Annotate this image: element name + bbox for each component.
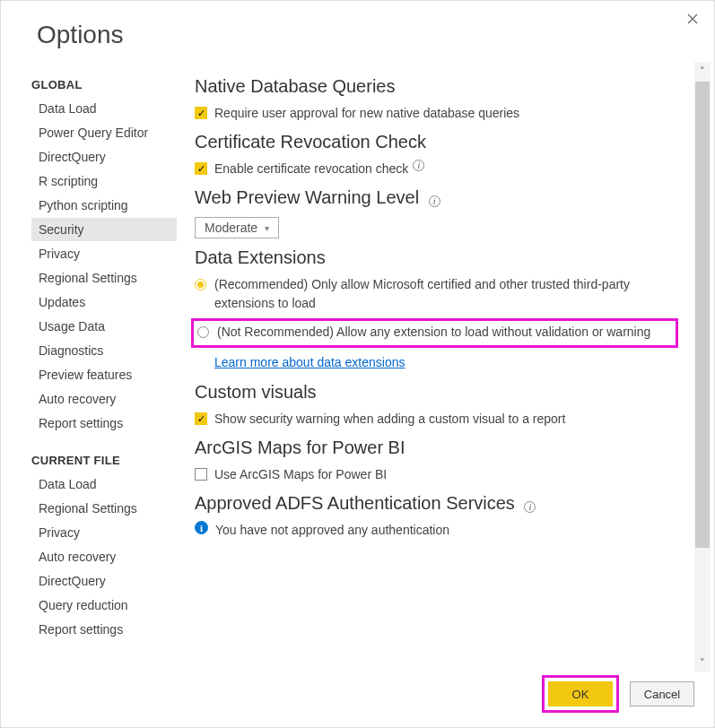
sidebar-item-cf-report-settings[interactable]: Report settings — [31, 618, 177, 641]
sidebar-item-updates[interactable]: Updates — [31, 290, 177, 314]
sidebar: GLOBAL Data Load Power Query Editor Dire… — [1, 62, 177, 672]
section-arcgis: ArcGIS Maps for Power BI — [195, 438, 678, 458]
dropdown-selected-value: Moderate — [205, 221, 257, 235]
content-panel: Native Database Queries ✓ Require user a… — [177, 62, 694, 672]
link-learn-more-data-extensions[interactable]: Learn more about data extensions — [214, 355, 405, 369]
scrollbar-vertical[interactable]: ˄ ˅ — [694, 62, 711, 672]
highlight-ok: OK — [542, 675, 619, 713]
radio-not-recommended-extensions[interactable] — [197, 326, 209, 338]
sidebar-item-cf-data-load[interactable]: Data Load — [31, 472, 177, 496]
close-icon[interactable] — [684, 10, 702, 28]
section-adfs: Approved ADFS Authentication Services i — [195, 493, 678, 514]
checkbox-enable-cert-revocation[interactable]: ✓ — [195, 162, 207, 175]
sidebar-item-cf-regional-settings[interactable]: Regional Settings — [31, 497, 177, 520]
sidebar-item-directquery[interactable]: DirectQuery — [31, 145, 177, 169]
sidebar-item-report-settings[interactable]: Report settings — [31, 412, 177, 435]
dialog-title: Options — [1, 1, 714, 62]
section-web-preview-label: Web Preview Warning Level — [195, 187, 419, 207]
section-custom-visuals: Custom visuals — [195, 382, 678, 403]
sidebar-item-cf-privacy[interactable]: Privacy — [31, 521, 177, 544]
cancel-button[interactable]: Cancel — [630, 681, 694, 706]
dialog-footer: OK Cancel — [542, 675, 694, 713]
label-require-user-approval: Require user approval for new native dat… — [214, 104, 519, 123]
info-icon[interactable]: i — [413, 160, 424, 171]
info-blue-icon: i — [195, 521, 208, 534]
checkbox-require-user-approval[interactable]: ✓ — [195, 107, 207, 119]
chevron-up-icon: ˄ — [700, 65, 705, 77]
label-not-recommended-extensions: (Not Recommended) Allow any extension to… — [217, 323, 650, 342]
sidebar-group-current-file: CURRENT FILE — [31, 454, 177, 467]
checkbox-show-security-warning[interactable]: ✓ — [195, 412, 207, 425]
sidebar-group-global: GLOBAL — [31, 78, 177, 91]
label-enable-cert-revocation: Enable certificate revocation check — [214, 160, 408, 178]
label-adfs-message: You have not approved any authentication — [215, 521, 449, 540]
dropdown-web-preview-level[interactable]: Moderate ▾ — [195, 217, 279, 238]
scroll-up-button[interactable]: ˄ — [694, 62, 711, 80]
sidebar-item-power-query-editor[interactable]: Power Query Editor — [31, 121, 177, 144]
sidebar-item-privacy[interactable]: Privacy — [31, 242, 177, 265]
dialog-body: GLOBAL Data Load Power Query Editor Dire… — [1, 62, 714, 672]
sidebar-item-auto-recovery[interactable]: Auto recovery — [31, 387, 177, 411]
sidebar-item-security[interactable]: Security — [31, 218, 177, 241]
sidebar-item-cf-query-reduction[interactable]: Query reduction — [31, 594, 177, 617]
scroll-down-button[interactable]: ˅ — [694, 654, 711, 672]
sidebar-item-cf-directquery[interactable]: DirectQuery — [31, 569, 177, 593]
options-dialog: Options GLOBAL Data Load Power Query Edi… — [0, 0, 715, 728]
sidebar-item-preview-features[interactable]: Preview features — [31, 363, 177, 386]
sidebar-item-regional-settings[interactable]: Regional Settings — [31, 266, 177, 290]
ok-button[interactable]: OK — [548, 681, 613, 706]
label-show-security-warning: Show security warning when adding a cust… — [214, 410, 565, 429]
sidebar-item-data-load[interactable]: Data Load — [31, 97, 177, 120]
sidebar-item-r-scripting[interactable]: R scripting — [31, 169, 177, 193]
sidebar-item-usage-data[interactable]: Usage Data — [31, 315, 177, 338]
section-web-preview: Web Preview Warning Level i — [195, 187, 678, 208]
info-icon[interactable]: i — [429, 195, 440, 207]
content-wrap: Native Database Queries ✓ Require user a… — [177, 62, 714, 672]
radio-recommended-extensions[interactable] — [195, 279, 206, 290]
sidebar-item-diagnostics[interactable]: Diagnostics — [31, 339, 177, 362]
checkbox-use-arcgis[interactable] — [195, 468, 207, 481]
section-data-extensions: Data Extensions — [195, 247, 678, 268]
scroll-thumb[interactable] — [695, 82, 710, 548]
section-native-db-queries: Native Database Queries — [195, 76, 678, 97]
section-adfs-label: Approved ADFS Authentication Services — [195, 493, 515, 513]
sidebar-item-python-scripting[interactable]: Python scripting — [31, 194, 177, 217]
info-icon[interactable]: i — [524, 501, 536, 513]
highlight-not-recommended: (Not Recommended) Allow any extension to… — [191, 318, 678, 348]
chevron-down-icon: ˅ — [700, 657, 705, 669]
chevron-down-icon: ▾ — [265, 223, 269, 233]
label-recommended-extensions: (Recommended) Only allow Microsoft certi… — [214, 275, 678, 313]
sidebar-item-cf-auto-recovery[interactable]: Auto recovery — [31, 545, 177, 568]
label-use-arcgis: Use ArcGIS Maps for Power BI — [214, 465, 387, 484]
section-cert-revocation: Certificate Revocation Check — [195, 132, 678, 152]
